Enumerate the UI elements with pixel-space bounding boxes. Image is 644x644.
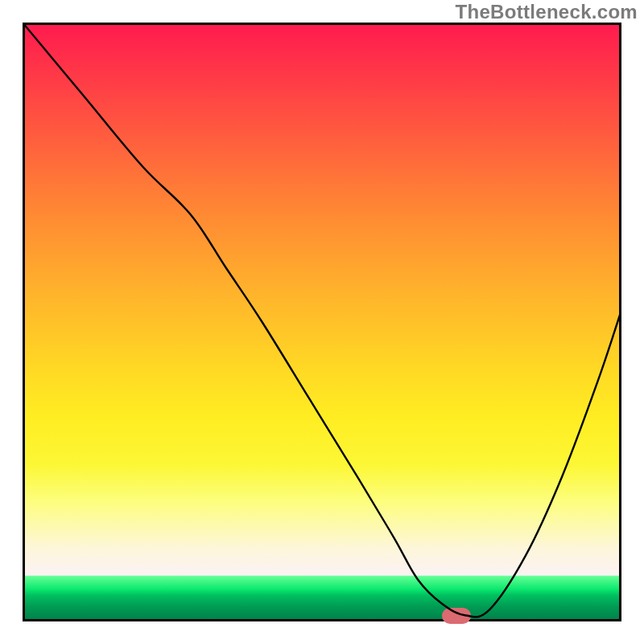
watermark-text: TheBottleneck.com	[456, 1, 638, 23]
plot-background-gradient	[23, 23, 621, 621]
chart-container: TheBottleneck.com	[0, 0, 644, 644]
optimal-point-marker	[442, 608, 471, 624]
